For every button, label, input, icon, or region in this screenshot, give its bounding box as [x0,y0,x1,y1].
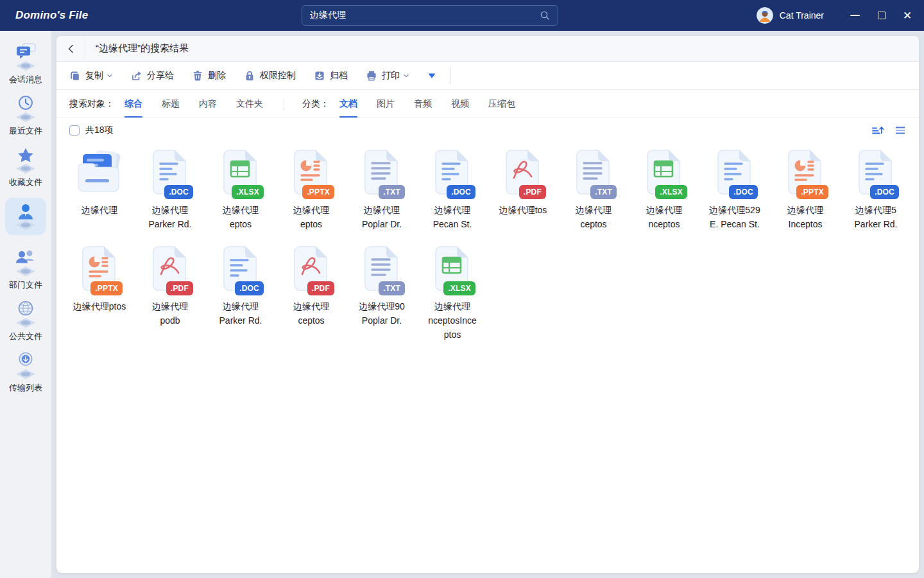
file-name: 边缘代理 nceptos [646,203,682,231]
file-item[interactable]: .PDF边缘代理 ceptos [276,241,346,342]
file-item[interactable]: .DOC边缘代理 Parker Rd. [135,145,205,241]
back-button[interactable] [62,39,81,58]
globe-icon [13,299,38,329]
file-type-badge: .XLSX [655,185,687,199]
scope-tab[interactable]: 内容 [199,91,217,118]
file-txt-icon: .TXT [362,149,402,199]
file-type-badge: .DOC [729,185,758,199]
file-item[interactable]: .TXT边缘代理90 Poplar Dr. [346,241,417,342]
file-item[interactable]: .TXT边缘代理 Poplar Dr. [346,145,417,241]
avatar[interactable] [757,7,773,24]
chevron-down-icon [403,73,409,79]
sidebar-item-label: 部门文件 [9,279,42,291]
category-tab[interactable]: 图片 [377,91,395,118]
more-actions-button[interactable] [427,72,436,80]
file-item[interactable]: .TXT边缘代理 ceptos [558,145,629,241]
category-tab[interactable]: 压缩包 [488,91,515,118]
selected-tile[interactable] [5,198,46,235]
team-icon [13,248,38,277]
file-grid: 边缘代理.DOC边缘代理 Parker Rd..XLSX边缘代理 eptos.P… [56,143,919,342]
file-name: 边缘代理90 Poplar Dr. [359,299,405,328]
sidebar-item-globe[interactable]: 公共文件 [0,299,51,351]
file-name: 边缘代理 nceptosInce ptos [428,299,477,342]
page-title: “边缘代理”的搜索结果 [96,42,189,55]
file-item[interactable]: .DOC边缘代理5 Parker Rd. [841,145,911,241]
file-xlsx-icon: .XLSX [221,149,261,199]
copy-button[interactable]: 复制 [69,70,113,82]
close-button[interactable]: ✕ [901,9,914,22]
file-type-badge: .TXT [379,185,405,199]
file-item[interactable]: .XLSX边缘代理 nceptos [629,145,699,241]
file-name: 边缘代理 Parker Rd. [149,203,192,231]
minimize-button[interactable] [848,9,861,22]
category-tab[interactable]: 音频 [414,91,432,118]
file-item[interactable]: .XLSX边缘代理 eptos [205,145,276,241]
category-label: 分类： [302,98,329,110]
file-txt-icon: .TXT [574,149,613,199]
user-name[interactable]: Cat Trainer [780,10,824,21]
file-item[interactable]: .DOC边缘代理 Pecan St. [417,145,488,241]
file-item[interactable]: .PDF边缘代理 podb [135,241,205,342]
permission-icon [244,70,255,82]
list-view-icon[interactable] [894,125,906,136]
sidebar-item-label: 公共文件 [9,331,42,342]
file-item[interactable]: .PPTX边缘代理ptos [64,241,135,342]
clock-icon [13,94,38,123]
print-button[interactable]: 打印 [366,70,409,82]
file-xlsx-icon: .XLSX [644,149,684,199]
search-icon[interactable] [540,10,550,21]
archive-label: 归档 [330,70,348,82]
header-divider [85,36,85,61]
sidebar-item-star[interactable]: 收藏文件 [0,145,51,197]
sidebar-item-label: 最近文件 [9,125,42,137]
sidebar-item-label: 会话消息 [9,74,42,85]
sidebar-item-transfer[interactable]: 传输列表 [0,351,51,402]
file-type-badge: .PPTX [90,281,123,295]
print-icon [366,70,377,82]
share-label: 分享给 [147,70,174,82]
scope-tab[interactable]: 综合 [124,91,142,118]
action-toolbar: 复制分享给删除权限控制归档打印 [56,62,919,90]
search-input[interactable] [310,10,535,21]
transfer-icon [13,351,38,380]
category-tab[interactable]: 文档 [339,91,357,118]
file-name: 边缘代理 podb [152,299,188,328]
archive-button[interactable]: 归档 [314,70,348,82]
file-doc-icon: .DOC [432,149,472,199]
filter-bar: 搜索对象： 综合标题内容文件夹 分类： 文档图片音频视频压缩包 [56,90,919,118]
file-item[interactable]: .XLSX边缘代理 nceptosInce ptos [417,241,488,342]
scope-tab[interactable]: 文件夹 [236,91,263,118]
folder-item[interactable]: 边缘代理 [64,145,135,241]
person-icon [13,202,38,231]
sidebar-item-person[interactable] [0,197,51,248]
chevron-down-icon [107,73,113,79]
file-type-badge: .DOC [235,281,264,295]
sidebar-item-chat[interactable]: 会话消息 [0,42,51,94]
permission-button[interactable]: 权限控制 [244,70,296,82]
scope-tab[interactable]: 标题 [162,91,180,118]
delete-button[interactable]: 删除 [192,70,226,82]
file-type-badge: .DOC [447,185,475,199]
sidebar-item-label: 传输列表 [9,382,42,394]
chat-icon [13,42,38,72]
file-pdf-icon: .PDF [150,245,190,295]
sort-ascending-icon[interactable] [871,125,884,136]
category-tab[interactable]: 视频 [451,91,469,118]
maximize-button[interactable] [875,9,888,22]
global-search[interactable] [302,5,558,26]
select-all-checkbox[interactable] [69,125,80,136]
file-item[interactable]: .DOC边缘代理 Parker Rd. [205,241,276,342]
file-name: 边缘代理 Poplar Dr. [362,203,402,231]
file-type-badge: .PDF [307,281,334,295]
file-item[interactable]: .PDF边缘代理tos [488,145,558,241]
file-item[interactable]: .DOC边缘代理529 E. Pecan St. [699,145,770,241]
file-doc-icon: .DOC [150,149,190,199]
scope-label: 搜索对象： [69,98,114,110]
file-item[interactable]: .PPTX边缘代理 eptos [276,145,346,241]
sidebar-item-team[interactable]: 部门文件 [0,248,51,299]
file-item[interactable]: .PPTX边缘代理 Inceptos [770,145,841,241]
filter-divider [284,98,284,110]
share-button[interactable]: 分享给 [131,70,174,82]
copy-label: 复制 [85,70,103,82]
sidebar-item-clock[interactable]: 最近文件 [0,94,51,145]
